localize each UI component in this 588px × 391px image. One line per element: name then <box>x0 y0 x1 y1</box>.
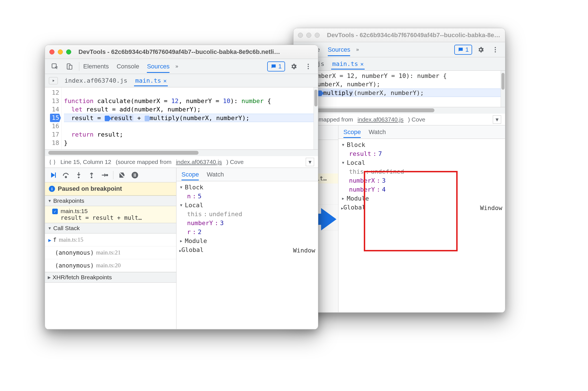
scope-local: Local <box>185 201 203 210</box>
step-out-icon[interactable] <box>87 171 96 179</box>
stack-frame[interactable]: (anonymous) main.ts:20 <box>45 259 176 272</box>
device-icon[interactable] <box>63 61 75 72</box>
file-tab-maints[interactable]: main.ts ✕ <box>134 75 168 86</box>
step-into-icon[interactable] <box>75 171 83 179</box>
line-number-bp[interactable]: 15 <box>50 114 61 122</box>
svg-rect-19 <box>134 173 135 177</box>
code-editor[interactable]: 12 13 14 15 16 17 18 function calculate(… <box>45 87 318 149</box>
stack-frame[interactable]: (anonymous) main.ts:21 <box>45 246 176 259</box>
issues-badge[interactable]: 1 <box>454 45 472 55</box>
file-tabs: 3740.js main.ts ✕ <box>293 57 505 71</box>
stack-src: main.ts:20 <box>94 261 173 270</box>
settings-icon[interactable] <box>288 61 300 72</box>
svg-rect-9 <box>69 65 72 69</box>
scope-tree[interactable]: ▼Block result: 7 ▼Local this: undefined … <box>338 139 505 214</box>
deactivate-bp-icon[interactable] <box>118 171 126 179</box>
titlebar: DevTools - 62c6b934c4b7f676049af4b7--buc… <box>293 28 505 42</box>
c: { <box>264 97 271 104</box>
scope-tree[interactable]: ▼Block n: 5 ▼Local this: undefined numbe… <box>176 181 318 257</box>
c: result; <box>94 131 123 138</box>
checkbox-icon[interactable]: ✓ <box>52 209 58 214</box>
line-number: 13 <box>50 97 59 105</box>
file-tab-indexjs[interactable]: index.af063740.js <box>63 75 128 86</box>
c: result <box>110 115 133 121</box>
line-gutter[interactable]: 12 13 14 15 16 17 18 <box>45 87 62 149</box>
var-name: numberY <box>349 185 375 194</box>
min-dot[interactable] <box>306 33 311 38</box>
var-value: 4 <box>382 185 386 194</box>
var-name: result <box>349 149 371 158</box>
sourcemap-link[interactable]: index.af063740.js <box>176 159 222 165</box>
code-editor[interactable]: ate(numberX = 12, numberY = 10): number … <box>293 71 505 107</box>
svg-point-0 <box>495 47 496 48</box>
status-text: ) Cove <box>226 159 244 165</box>
vscrollbar[interactable] <box>314 87 318 149</box>
tab-scope[interactable]: Scope <box>343 126 361 138</box>
line-number: 12 <box>50 89 59 97</box>
issues-badge[interactable]: 1 <box>267 61 285 71</box>
code-seg: multiply <box>322 89 353 96</box>
scope-block: Block <box>185 183 203 192</box>
sourcemap-link[interactable]: index.af063740.js <box>358 116 404 123</box>
close-dot[interactable] <box>298 33 303 38</box>
breakpoints-header[interactable]: ▼Breakpoints <box>45 196 176 206</box>
panel-tabs: Console Sources » 1 <box>293 42 505 57</box>
tab-console[interactable]: Console <box>117 60 139 73</box>
step-over-icon[interactable] <box>62 171 70 179</box>
file-tab-label: main.ts <box>135 77 161 84</box>
vscrollbar[interactable] <box>501 71 505 107</box>
svg-point-16 <box>91 177 92 178</box>
pause-exceptions-icon[interactable] <box>131 171 139 179</box>
inspect-icon[interactable] <box>49 61 61 72</box>
navigator-toggle-icon[interactable] <box>49 77 58 84</box>
settings-icon[interactable] <box>475 44 487 55</box>
tab-sources[interactable]: Sources <box>147 60 169 73</box>
devtools-window-front: DevTools - 62c6b934c4b7f676049af4b7--buc… <box>45 45 318 330</box>
kebab-menu-icon[interactable] <box>302 61 314 72</box>
max-dot[interactable] <box>66 49 71 54</box>
current-frame-icon: ▶ <box>48 237 51 243</box>
hscrollbar[interactable] <box>293 107 505 114</box>
kebab-menu-icon[interactable] <box>489 44 501 55</box>
coverage-button[interactable]: ▾ <box>306 158 314 166</box>
min-dot[interactable] <box>58 49 63 54</box>
var-value: undefined <box>371 167 404 176</box>
hscrollbar[interactable] <box>45 149 318 156</box>
c: number <box>242 97 264 104</box>
callstack-header[interactable]: ▼Call Stack <box>45 223 176 233</box>
curly-icon[interactable]: { } <box>49 158 56 165</box>
tab-elements[interactable]: Elements <box>83 60 109 73</box>
stack-frame[interactable]: ▶f main.ts:15 <box>45 233 176 246</box>
section-label: XHR/fetch Breakpoints <box>52 274 112 281</box>
close-icon[interactable]: ✕ <box>163 77 167 84</box>
tab-sources[interactable]: Sources <box>328 43 350 56</box>
more-tabs-icon[interactable]: » <box>172 61 181 72</box>
var-value: undefined <box>209 210 242 219</box>
issues-count: 1 <box>278 63 282 70</box>
var-name: numberY <box>187 219 213 228</box>
debug-controls <box>45 168 176 182</box>
breakpoint-item[interactable]: ✓main.ts:15 result = result + mult… <box>45 206 176 223</box>
section-label: Call Stack <box>53 225 80 232</box>
c: multiply <box>150 115 179 121</box>
close-icon[interactable]: ✕ <box>360 61 364 67</box>
tab-watch[interactable]: Watch <box>369 126 386 138</box>
var-value: 3 <box>382 176 386 185</box>
status-bar: { } Line 15, Column 12 (source mapped fr… <box>45 156 318 168</box>
c: + <box>133 115 145 121</box>
tab-scope[interactable]: Scope <box>181 169 199 180</box>
tab-watch[interactable]: Watch <box>207 169 224 180</box>
step-icon[interactable] <box>100 171 109 179</box>
scope-module: Module <box>347 194 369 203</box>
xhr-header[interactable]: ▶XHR/fetch Breakpoints <box>45 272 176 283</box>
max-dot[interactable] <box>315 33 320 38</box>
coverage-button[interactable]: ▾ <box>493 115 501 124</box>
resume-icon[interactable] <box>49 171 57 179</box>
c: , numberY = <box>179 97 223 104</box>
c: result = <box>64 115 105 121</box>
file-tabs: index.af063740.js main.ts ✕ <box>45 74 318 87</box>
file-tab-maints[interactable]: main.ts ✕ <box>331 58 365 70</box>
more-tabs-icon[interactable]: » <box>353 44 362 55</box>
svg-rect-13 <box>55 172 56 178</box>
close-dot[interactable] <box>49 49 54 54</box>
